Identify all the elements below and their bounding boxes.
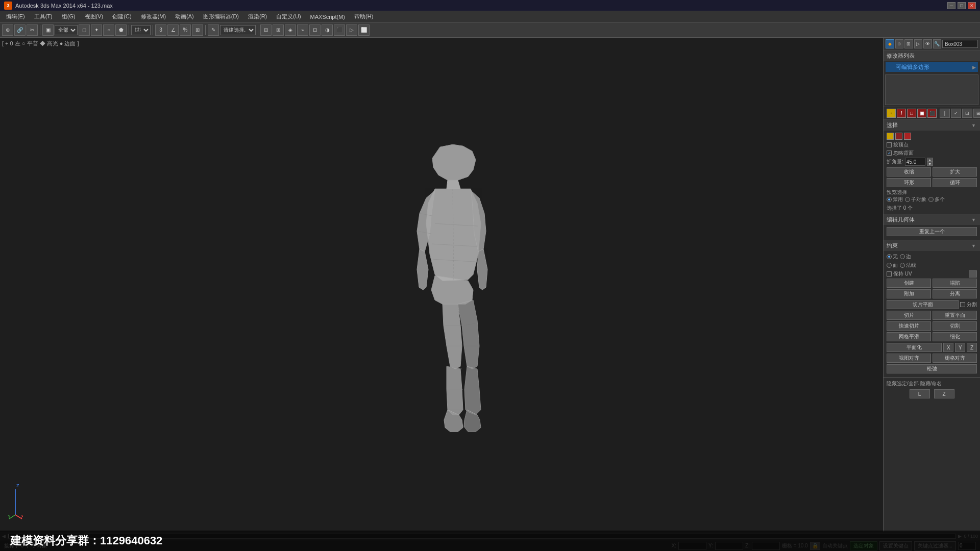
rp-icon-modify[interactable]: ⊕ [895,39,904,48]
selection-header[interactable]: 选择 ▼ [884,120,980,131]
menu-animation[interactable]: 动画(A) [171,12,198,21]
preview-radio-disabled[interactable]: 禁用 [887,196,903,203]
color-swatch-red2[interactable] [904,133,911,140]
close-button[interactable]: ✕ [968,2,976,9]
toolbar-coord-system[interactable]: 世界 [131,25,151,35]
flatten-y-btn[interactable]: Y [955,343,965,352]
angle-down[interactable]: ▼ [927,162,933,166]
toolbar-mirror[interactable]: ⊟ [260,24,272,36]
toolbar-layer-mgr[interactable]: ◈ [285,24,296,36]
menu-group[interactable]: 组(G) [58,12,80,21]
slice-btn[interactable]: 切片 [887,311,931,320]
menu-maxscript[interactable]: MAXScript(M) [306,13,349,21]
ring-btn[interactable]: 环形 [887,178,931,187]
toolbar-align[interactable]: ⊞ [273,24,284,36]
tessellate-btn[interactable]: 细化 [933,332,977,341]
grid-align-btn[interactable]: 栅格对齐 [933,354,977,363]
view-align-btn[interactable]: 视图对齐 [887,354,931,363]
toolbar-move-btn[interactable]: ✦ [91,24,102,36]
viewport[interactable]: [ + 0 左 ○ 平普 ◆ 高光 ● 边面 ] [0,38,883,532]
expand-btn[interactable]: 扩大 [933,167,977,177]
toolbar-edit-named-sel[interactable]: ✎ [208,24,219,36]
meshsmooth-btn[interactable]: 网格平滑 [887,332,931,341]
shrink-btn[interactable]: 收缩 [887,167,931,177]
subobj-edge-btn[interactable]: / [897,109,906,118]
collapse-btn[interactable]: 塌陷 [933,279,977,288]
rp-view-btn1[interactable]: | [940,109,950,118]
preserve-uv-options-btn[interactable] [969,270,977,278]
toolbar-render[interactable]: ▷ [346,24,357,36]
flatten-x-btn[interactable]: X [943,343,953,352]
flatten-btn[interactable]: 平面化 [887,343,942,352]
constraints-header[interactable]: 约束 ▼ [884,240,980,251]
preserve-uv-checkbox[interactable]: 保持 UV [887,270,977,278]
menu-tools[interactable]: 工具(T) [30,12,57,21]
toolbar-render-frame[interactable]: ⬜ [358,24,370,36]
color-swatch-red1[interactable] [895,133,902,140]
menu-edit[interactable]: 编辑(E) [2,12,29,21]
constraint-normal[interactable]: 法线 [900,262,916,269]
subobj-vertex-btn[interactable]: · [887,109,896,118]
angle-spinner[interactable]: ▲ ▼ [927,158,933,166]
angle-up[interactable]: ▲ [927,158,933,162]
rp-view-btn4[interactable]: ⊞ [973,109,980,118]
toolbar-angle-snap[interactable]: ∠ [167,24,179,36]
menu-help[interactable]: 帮助(H) [350,12,377,21]
flatten-z-btn[interactable]: Z [967,343,977,352]
toolbar-unlink-btn[interactable]: ✂ [27,24,38,36]
create-btn[interactable]: 创建 [887,279,931,288]
toolbar-schematic[interactable]: ⊡ [309,24,321,36]
checkbox-ignore-back[interactable]: ✓ 忽略背面 [887,149,977,157]
edit-geo-collapse-icon[interactable]: ▼ [970,217,977,222]
angle-input[interactable] [905,158,925,166]
preview-radio-multi[interactable]: 多个 [928,196,945,203]
rp-icon-motion[interactable]: ▷ [914,39,923,48]
toolbar-rotate-btn[interactable]: ○ [103,24,114,36]
menu-modifier[interactable]: 修改器(M) [137,12,170,21]
toolbar-select-btn[interactable]: ⊕ [2,24,13,36]
constraints-collapse-icon[interactable]: ▼ [970,243,977,248]
rp-icon-utilities[interactable]: 🔧 [933,39,942,48]
rp-icon-hierarchy[interactable]: ⊞ [904,39,913,48]
toolbar-filter-dropdown[interactable]: 全部 [55,25,78,35]
toolbar-link-btn[interactable]: 🔗 [14,24,26,36]
hide-l-btn[interactable]: L [910,389,930,398]
rp-icon-display[interactable]: 👁 [923,39,932,48]
edit-geometry-header[interactable]: 编辑几何体 ▼ [884,214,980,225]
slice-plane-btn[interactable]: 切片平面 [887,300,959,309]
maximize-button[interactable]: □ [958,2,966,9]
toolbar-named-sel-dropdown[interactable]: 请建选择... [220,25,256,35]
toolbar-3d-snap[interactable]: 3 [155,24,166,36]
repeat-last-btn[interactable]: 重复上一个 [887,227,977,236]
toolbar-scale-btn[interactable]: ⬟ [115,24,127,36]
constraint-none[interactable]: 无 [887,253,898,260]
menu-render[interactable]: 渲染(R) [244,12,271,21]
constraint-face[interactable]: 面 [887,262,898,269]
detach-btn[interactable]: 分离 [933,289,977,298]
reset-plane-btn[interactable]: 重置平面 [933,311,977,320]
menu-create[interactable]: 创建(C) [108,12,135,21]
toolbar-spinner-snap[interactable]: ⊞ [192,24,203,36]
color-swatch-yellow[interactable] [887,133,894,140]
menu-view[interactable]: 视图(V) [81,12,108,21]
toolbar-percent-snap[interactable]: % [180,24,191,36]
hide-z-btn[interactable]: Z [934,389,954,398]
attach-btn[interactable]: 附加 [887,289,931,298]
quickslice-btn[interactable]: 快速切片 [887,321,931,331]
minimize-button[interactable]: ─ [947,2,955,9]
toolbar-select-filter[interactable]: ▣ [42,24,54,36]
subobj-element-btn[interactable]: ⬛ [927,109,937,118]
split-checkbox[interactable]: 分割 [960,301,977,308]
subobj-poly-btn[interactable]: ▣ [917,109,926,118]
toolbar-material-editor[interactable]: ◑ [322,24,333,36]
modifier-editable-poly[interactable]: 可编辑多边形 ▶ [886,62,978,72]
checkbox-by-vertex[interactable]: 按顶点 [887,141,977,148]
rp-view-btn2[interactable]: ✓ [951,109,961,118]
menu-customize[interactable]: 自定义(U) [272,12,305,21]
toolbar-curve-editor[interactable]: ⌁ [297,24,308,36]
menu-graph-editor[interactable]: 图形编辑器(D) [199,12,243,21]
relax-btn[interactable]: 松弛 [887,364,977,373]
modifier-list-header[interactable]: 修改器列表 [884,51,980,61]
object-name-input[interactable] [942,40,978,48]
toolbar-select-tool[interactable]: ◻ [79,24,90,36]
